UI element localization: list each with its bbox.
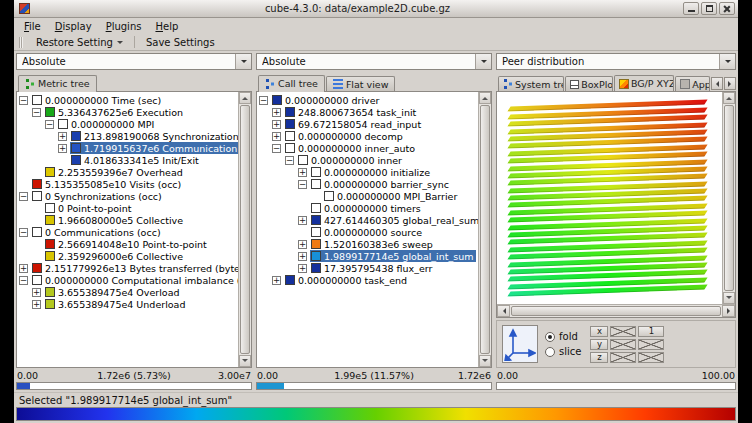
collapse-icon[interactable]: − — [285, 156, 294, 165]
axis-disabled-cell[interactable] — [610, 352, 636, 363]
scroll-left-button[interactable] — [497, 305, 510, 317]
tab-system-tree[interactable]: System tree — [498, 76, 564, 91]
maximize-button[interactable] — [701, 2, 717, 15]
combo-arrow-icon[interactable] — [719, 54, 735, 69]
tree-row[interactable]: +213.898190068 Synchronization — [19, 130, 238, 142]
axis-x-button[interactable]: x — [590, 326, 608, 337]
expand-icon[interactable]: + — [272, 276, 281, 285]
close-button[interactable] — [719, 2, 735, 15]
expand-icon[interactable]: + — [298, 252, 307, 261]
tab-scroll-right-button[interactable] — [724, 77, 736, 90]
combo-arrow-icon[interactable] — [475, 54, 491, 69]
tree-row[interactable]: 5.135355085e10 Visits (occ) — [19, 178, 238, 190]
axis-value-cell[interactable]: 1 — [638, 326, 664, 337]
slice-radio[interactable]: slice — [545, 346, 581, 357]
tree-row[interactable]: −0 Communications (occ) — [19, 226, 238, 238]
tree-row[interactable]: +427.614460305 global_real_sum — [259, 214, 478, 226]
fold-radio[interactable]: fold — [545, 331, 581, 342]
axis-disabled-cell[interactable] — [610, 326, 636, 337]
scroll-up-button[interactable] — [479, 92, 491, 104]
minimize-button[interactable] — [683, 2, 699, 15]
scrollbar-thumb[interactable] — [511, 306, 721, 316]
tree-row[interactable]: +0.000000000 initialize — [259, 166, 478, 178]
collapse-icon[interactable]: − — [19, 276, 28, 285]
tree-row[interactable]: +69.672158054 read_input — [259, 118, 478, 130]
tree-row[interactable]: +3.655389475e4 Overload — [19, 286, 238, 298]
expand-icon[interactable]: + — [19, 264, 28, 273]
collapse-icon[interactable]: − — [298, 180, 307, 189]
tree-row[interactable]: −0.000000000 driver — [259, 94, 478, 106]
system-mode-select[interactable]: Peer distribution — [496, 53, 736, 70]
expand-icon[interactable]: + — [272, 132, 281, 141]
scroll-down-button[interactable] — [479, 355, 491, 367]
scroll-up-button[interactable] — [239, 92, 251, 104]
scroll-down-button[interactable] — [723, 292, 735, 304]
tree-row[interactable]: +2.151779926e13 Bytes transferred (bytes… — [19, 262, 238, 274]
tree-row[interactable]: +0.000000000 decomp — [259, 130, 478, 142]
tree-row[interactable]: 1.966080000e5 Collective — [19, 214, 238, 226]
scroll-down-button[interactable] — [239, 355, 251, 367]
tree-row[interactable]: −0.000000000 Computational imbalance (se… — [19, 274, 238, 286]
tab-bg-p-xyzt[interactable]: BG/P XYZT — [614, 75, 674, 91]
tab-flat-view[interactable]: Flat view — [326, 76, 396, 91]
tree-row[interactable]: +3.655389475e4 Underload — [19, 298, 238, 310]
collapse-icon[interactable]: − — [32, 108, 41, 117]
topology-view[interactable] — [497, 92, 722, 304]
topology-vertical-scrollbar[interactable] — [722, 92, 735, 304]
scroll-up-button[interactable] — [723, 92, 735, 104]
expand-icon[interactable]: + — [298, 240, 307, 249]
tree-row[interactable]: 0 Point-to-point — [19, 202, 238, 214]
expand-icon[interactable]: + — [58, 144, 67, 153]
tree-row[interactable]: +1.520160383e6 sweep — [259, 238, 478, 250]
axis-disabled-cell[interactable] — [638, 352, 664, 363]
tree-row[interactable]: +248.800673654 task_init — [259, 106, 478, 118]
expand-icon[interactable]: + — [272, 120, 281, 129]
expand-icon[interactable]: + — [272, 108, 281, 117]
restore-setting-button[interactable]: Restore Setting — [29, 35, 130, 50]
scrollbar-thumb[interactable] — [724, 105, 734, 291]
save-settings-button[interactable]: Save Settings — [139, 35, 222, 50]
axis-disabled-cell[interactable] — [610, 339, 636, 350]
tree-row[interactable]: −0.000000000 MPI — [19, 118, 238, 130]
tree-row[interactable]: 4.018633341e5 Init/Exit — [19, 154, 238, 166]
tree-row[interactable]: −0.000000000 inner_auto — [259, 142, 478, 154]
collapse-icon[interactable]: − — [19, 96, 28, 105]
tree-row[interactable]: 2.253559396e7 Overhead — [19, 166, 238, 178]
collapse-icon[interactable]: − — [19, 228, 28, 237]
scrollbar-thumb[interactable] — [240, 105, 250, 354]
collapse-icon[interactable]: − — [45, 120, 54, 129]
tree-row[interactable]: −0 Synchronizations (occ) — [19, 190, 238, 202]
tree-row[interactable]: 0.000000000 timers — [259, 202, 478, 214]
tree-row[interactable]: −0.000000000 inner — [259, 154, 478, 166]
collapse-icon[interactable]: − — [272, 144, 281, 153]
expand-icon[interactable]: + — [298, 216, 307, 225]
tree-row[interactable]: −0.000000000 Time (sec) — [19, 94, 238, 106]
metric-mode-select[interactable]: Absolute — [16, 53, 252, 70]
axis-y-button[interactable]: y — [590, 339, 608, 350]
tab-boxplot[interactable]: BoxPlot — [565, 76, 613, 91]
scroll-right-button[interactable] — [722, 305, 735, 317]
metric-vertical-scrollbar[interactable] — [238, 92, 251, 367]
tree-row[interactable]: +1.719915637e6 Communication — [19, 142, 238, 154]
tree-row[interactable]: −5.336437625e6 Execution — [19, 106, 238, 118]
expand-icon[interactable]: + — [298, 168, 307, 177]
menu-file[interactable]: File — [17, 20, 48, 33]
tree-row[interactable]: +0.000000000 task_end — [259, 274, 478, 286]
scrollbar-thumb[interactable] — [480, 105, 490, 354]
axis-orientation-icon[interactable] — [502, 325, 538, 363]
menu-help[interactable]: Help — [148, 20, 185, 33]
combo-arrow-icon[interactable] — [235, 54, 251, 69]
expand-icon[interactable]: + — [32, 288, 41, 297]
tree-row[interactable]: 0.000000000 source — [259, 226, 478, 238]
menu-plugins[interactable]: Plugins — [99, 20, 149, 33]
call-mode-select[interactable]: Absolute — [256, 53, 492, 70]
tree-row[interactable]: 0.000000000 MPI_Barrier — [259, 190, 478, 202]
call-vertical-scrollbar[interactable] — [478, 92, 491, 367]
topology-horizontal-scrollbar[interactable] — [497, 304, 735, 317]
axis-z-button[interactable]: z — [590, 352, 608, 363]
tab-scroll-left-button[interactable] — [711, 77, 723, 90]
collapse-icon[interactable]: − — [19, 192, 28, 201]
tab-app[interactable]: App — [675, 76, 710, 91]
expand-icon[interactable]: + — [32, 300, 41, 309]
tab-call-tree[interactable]: Call tree — [258, 75, 325, 92]
